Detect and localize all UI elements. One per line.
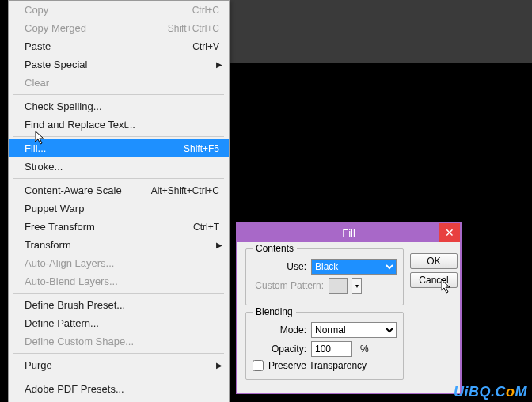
percent-label: % [360,343,369,355]
menu-paste[interactable]: PasteCtrl+V [9,37,229,55]
menu-define-pattern[interactable]: Define Pattern... [9,314,229,332]
menu-separator [13,377,224,377]
pattern-dropdown[interactable]: ▾ [352,278,362,294]
menu-transform-label: Transform [25,239,219,251]
opacity-label: Opacity: [253,343,306,355]
preserve-transparency-label: Preserve Transparency [268,360,367,371]
menu-separator [13,136,224,137]
contents-legend: Contents [253,243,297,254]
menu-separator [13,293,224,294]
menu-stroke[interactable]: Stroke... [9,157,229,176]
mode-select[interactable]: Normal [311,322,397,338]
menu-purge-label: Purge [25,359,219,371]
menu-auto-blend-label: Auto-Blend Layers... [25,275,219,287]
menu-clear-label: Clear [25,77,219,89]
chevron-right-icon: ▶ [216,60,222,69]
blending-group: Blending Mode: Normal Opacity: % Preserv… [245,312,404,380]
mode-label: Mode: [253,324,306,336]
menu-paste-special[interactable]: Paste Special▶ [9,55,229,74]
menu-define-pattern-label: Define Pattern... [25,317,219,329]
preserve-transparency-row[interactable]: Preserve Transparency [253,360,397,371]
chevron-right-icon: ▶ [216,241,222,249]
watermark: UiBQ.CoM [454,384,527,400]
menu-puppet-warp-label: Puppet Warp [25,203,219,214]
menu-free-transform[interactable]: Free TransformCtrl+T [9,218,229,236]
menu-define-shape-label: Define Custom Shape... [25,336,219,347]
menu-paste-special-label: Paste Special [25,59,219,70]
edit-menu: CopyCtrl+C Copy MergedShift+Ctrl+C Paste… [8,0,230,402]
menu-presets[interactable]: Presets▶ [9,398,229,402]
menu-check-spelling[interactable]: Check Spelling... [9,97,229,116]
opacity-input[interactable] [311,341,352,357]
menu-stroke-label: Stroke... [25,161,219,173]
menu-purge[interactable]: Purge▶ [9,356,229,374]
menu-separator [13,94,224,95]
menu-auto-align[interactable]: Auto-Align Layers... [9,254,229,272]
close-icon: ✕ [445,226,454,239]
menu-auto-blend[interactable]: Auto-Blend Layers... [9,272,229,290]
menu-content-aware-shortcut: Alt+Shift+Ctrl+C [151,185,219,196]
custom-pattern-label: Custom Pattern: [253,280,324,291]
menu-separator [13,353,224,354]
ok-button[interactable]: OK [410,253,458,269]
menu-copy-merged[interactable]: Copy MergedShift+Ctrl+C [9,19,229,37]
menu-find-replace-label: Find and Replace Text... [25,119,219,131]
menu-fill-shortcut: Shift+F5 [184,143,219,154]
menu-free-transform-shortcut: Ctrl+T [193,222,219,233]
menu-separator [13,178,224,179]
menu-paste-shortcut: Ctrl+V [192,41,219,52]
menu-fill-label: Fill... [25,142,184,154]
menu-auto-align-label: Auto-Align Layers... [25,257,219,269]
menu-content-aware[interactable]: Content-Aware ScaleAlt+Shift+Ctrl+C [9,181,229,199]
menu-puppet-warp[interactable]: Puppet Warp [9,199,229,218]
menu-copy-label: Copy [25,4,192,16]
menu-define-shape[interactable]: Define Custom Shape... [9,332,229,351]
menu-free-transform-label: Free Transform [25,221,193,233]
cancel-button[interactable]: Cancel [410,272,458,288]
menu-content-aware-label: Content-Aware Scale [25,184,151,196]
use-label: Use: [253,261,306,272]
close-button[interactable]: ✕ [439,223,460,242]
menu-transform[interactable]: Transform▶ [9,236,229,254]
menu-copy-shortcut: Ctrl+C [192,5,219,16]
blending-legend: Blending [253,306,296,317]
menu-copy-merged-label: Copy Merged [25,22,168,34]
preserve-transparency-checkbox[interactable] [253,360,264,371]
menu-define-brush-label: Define Brush Preset... [25,299,219,311]
menu-define-brush[interactable]: Define Brush Preset... [9,296,229,314]
menu-find-replace[interactable]: Find and Replace Text... [9,116,229,134]
menu-check-spelling-label: Check Spelling... [25,100,219,112]
menu-clear[interactable]: Clear [9,74,229,92]
menu-adobe-pdf-label: Adobe PDF Presets... [25,383,219,395]
menu-copy[interactable]: CopyCtrl+C [9,1,229,19]
menu-fill[interactable]: Fill...Shift+F5 [9,139,229,157]
menu-paste-label: Paste [25,40,192,52]
menu-adobe-pdf[interactable]: Adobe PDF Presets... [9,380,229,398]
menu-copy-merged-shortcut: Shift+Ctrl+C [168,23,219,34]
chevron-right-icon: ▶ [216,361,222,370]
dialog-titlebar[interactable]: Fill ✕ [238,223,460,242]
contents-group: Contents Use: Black Custom Pattern: ▾ [245,248,404,305]
dialog-title: Fill [238,227,460,239]
pattern-swatch [329,278,348,294]
use-select[interactable]: Black [311,259,397,275]
fill-dialog: Fill ✕ Contents Use: Black Custom Patter… [236,222,462,394]
